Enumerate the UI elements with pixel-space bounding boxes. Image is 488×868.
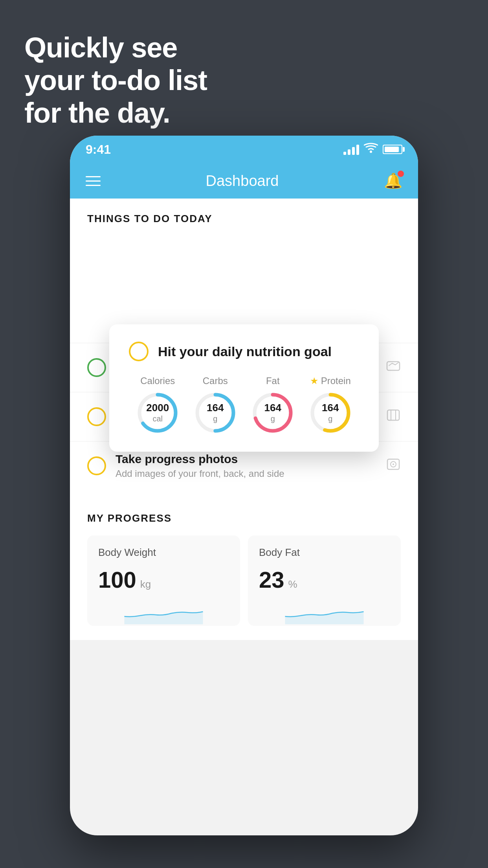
progress-section-header: MY PROGRESS xyxy=(87,512,401,524)
sparkline-chart xyxy=(259,601,390,626)
phone-mockup: 9:41 xyxy=(70,136,418,835)
nutrition-ring: 2000 cal xyxy=(136,391,179,434)
nutrition-rings-row: Calories 2000 cal Carbs 164 g xyxy=(129,375,359,434)
todo-circle-radio[interactable] xyxy=(87,456,106,475)
card-title-row: Hit your daily nutrition goal xyxy=(129,342,359,361)
progress-value: 23 xyxy=(259,566,284,593)
headline-line3: for the day. xyxy=(24,97,207,129)
progress-unit: % xyxy=(288,578,297,590)
signal-bars-icon xyxy=(343,144,359,155)
progress-card-title: Body Weight xyxy=(98,546,229,559)
nutrition-ring: 164 g xyxy=(251,391,294,434)
star-icon: ★ xyxy=(310,375,319,386)
content-area: THINGS TO DO TODAY Hit your daily nutrit… xyxy=(70,199,418,640)
things-to-do-header: THINGS TO DO TODAY xyxy=(70,199,418,233)
nutrition-item: ★ Protein 164 g xyxy=(309,375,352,434)
headline: Quickly see your to-do list for the day. xyxy=(24,31,207,129)
nutrition-label: ★ Protein xyxy=(310,375,351,386)
todo-text: Take progress photos Add images of your … xyxy=(116,452,376,479)
nutrition-card-title: Hit your daily nutrition goal xyxy=(158,344,332,359)
sparkline-chart xyxy=(98,601,229,626)
status-icons xyxy=(343,143,402,156)
notification-bell-icon[interactable]: 🔔 xyxy=(384,172,402,189)
nutrition-label: Carbs xyxy=(203,375,228,386)
svg-point-0 xyxy=(370,151,372,153)
progress-card[interactable]: Body Weight 100 kg xyxy=(87,535,240,626)
todo-action-icon xyxy=(386,359,401,377)
notification-dot xyxy=(398,171,404,177)
progress-cards: Body Weight 100 kg Body Fat 23 % xyxy=(87,535,401,626)
battery-icon xyxy=(383,145,402,154)
app-header: Dashboard 🔔 xyxy=(70,163,418,199)
nutrition-card: Hit your daily nutrition goal Calories 2… xyxy=(109,324,379,452)
todo-action-icon xyxy=(386,457,401,475)
status-time: 9:41 xyxy=(86,142,111,157)
todo-subtitle: Add images of your front, back, and side xyxy=(116,468,376,479)
headline-line1: Quickly see xyxy=(24,31,207,64)
nutrition-item: Fat 164 g xyxy=(251,375,294,434)
headline-line2: your to-do list xyxy=(24,64,207,97)
header-title: Dashboard xyxy=(206,173,279,189)
nutrition-item: Calories 2000 cal xyxy=(136,375,179,434)
progress-section: MY PROGRESS Body Weight 100 kg Body Fat … xyxy=(70,498,418,640)
progress-card[interactable]: Body Fat 23 % xyxy=(248,535,401,626)
progress-value-row: 23 % xyxy=(259,566,390,593)
todo-circle-radio[interactable] xyxy=(87,358,106,377)
status-bar: 9:41 xyxy=(70,136,418,163)
nutrition-circle-radio[interactable] xyxy=(129,342,149,361)
wifi-icon xyxy=(364,143,378,156)
todo-circle-radio[interactable] xyxy=(87,407,106,426)
progress-card-title: Body Fat xyxy=(259,546,390,559)
nutrition-label: Fat xyxy=(266,375,280,386)
progress-value: 100 xyxy=(98,566,136,593)
svg-rect-10 xyxy=(387,410,399,420)
todo-title: Take progress photos xyxy=(116,452,376,466)
hamburger-menu[interactable] xyxy=(86,176,101,186)
progress-unit: kg xyxy=(140,578,151,590)
progress-value-row: 100 kg xyxy=(98,566,229,593)
nutrition-ring: 164 g xyxy=(194,391,237,434)
nutrition-ring: 164 g xyxy=(309,391,352,434)
nutrition-item: Carbs 164 g xyxy=(194,375,237,434)
svg-point-15 xyxy=(393,463,394,465)
nutrition-label: Calories xyxy=(140,375,175,386)
todo-action-icon xyxy=(386,408,401,426)
